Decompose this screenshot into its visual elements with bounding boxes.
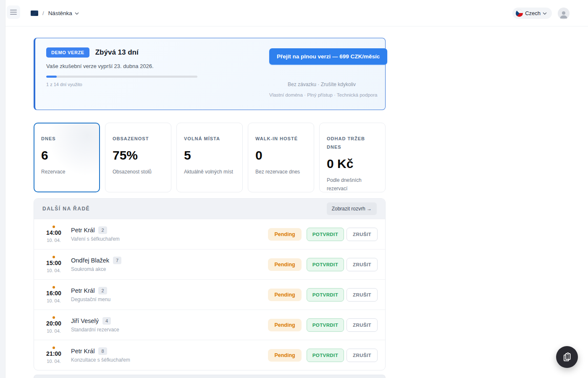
confirm-button[interactable]: POTVRDIT: [307, 258, 344, 271]
breadcrumb-separator: /: [42, 10, 44, 16]
reservation-row: 15:00 10. 04. Ondřej Blažek 7 Soukromá a…: [34, 249, 385, 279]
reservation-info: Jiří Veselý 4 Standardní rezervace: [71, 317, 268, 333]
reservation-note: Soukromá akce: [71, 266, 268, 272]
guest-count-badge: 2: [98, 226, 107, 234]
confirm-button[interactable]: POTVRDIT: [307, 318, 344, 332]
menu-toggle-button[interactable]: [7, 5, 20, 19]
reservation-actions: Pending POTVRDIT ZRUŠIT: [268, 228, 378, 241]
reservation-note: Degustační menu: [71, 297, 268, 302]
guest-name: Petr Král: [71, 287, 94, 294]
breadcrumb-dashboard-dropdown[interactable]: Nástěnka: [48, 10, 79, 16]
language-label: Czech: [525, 10, 541, 16]
status-badge: Pending: [268, 228, 301, 241]
collapsed-sidebar-rail: [0, 0, 5, 378]
cancel-button[interactable]: ZRUŠIT: [346, 288, 378, 302]
guest-name: Jiří Veselý: [71, 318, 99, 324]
reservation-time-block: 21:00 10. 04.: [44, 346, 63, 364]
reservation-info: Petr Král 8 Konzultace s šéfkuchařem: [71, 347, 268, 363]
stat-card[interactable]: WALK-IN HOSTÉ 0 Bez rezervace dnes: [248, 123, 314, 192]
reservation-note: Standardní rezervace: [71, 327, 268, 333]
stat-card[interactable]: OBSAZENOST 75% Obsazenost stolů: [105, 123, 171, 192]
trial-progress-bar: [46, 76, 197, 78]
topbar-right: Czech: [512, 0, 570, 26]
status-dot-icon: [52, 286, 55, 289]
main-content: DEMO VERZE Zbývá 13 dní Vaše zkušební ve…: [34, 26, 386, 378]
stat-subtitle: Bez rezervace dnes: [255, 168, 307, 176]
topbar: / Nástěnka Czech: [5, 0, 588, 26]
upgrade-note-primary: Bez závazku · Zrušíte kdykoliv: [269, 81, 374, 87]
reservation-info: Ondřej Blažek 7 Soukromá akce: [71, 257, 268, 272]
reservation-row: 14:00 10. 04. Petr Král 2 Vaření s šéfku…: [34, 219, 385, 249]
reservation-date: 10. 04.: [44, 328, 63, 333]
status-dot-icon: [52, 316, 55, 319]
reservation-info: Petr Král 2 Degustační menu: [71, 287, 268, 302]
guest-count-badge: 7: [113, 257, 121, 264]
reservation-date: 10. 04.: [44, 359, 63, 364]
stat-value: 75%: [113, 148, 164, 163]
trial-banner: DEMO VERZE Zbývá 13 dní Vaše zkušební ve…: [34, 38, 386, 110]
reservation-actions: Pending POTVRDIT ZRUŠIT: [268, 349, 378, 362]
reservation-time: 21:00: [44, 350, 63, 357]
status-badge: Pending: [268, 319, 301, 331]
status-dot-icon: [52, 346, 55, 349]
guest-name: Ondřej Blažek: [71, 257, 109, 264]
reservation-time: 15:00: [44, 260, 63, 266]
reservation-time: 16:00: [44, 290, 63, 297]
stat-value: 6: [41, 148, 92, 163]
queue-title: DALŠÍ NA ŘADĚ: [42, 206, 90, 212]
upgrade-button[interactable]: Přejít na plnou verzi — 699 CZK/měsíc: [269, 48, 387, 65]
reservation-time-block: 15:00 10. 04.: [44, 256, 63, 273]
reservation-time-block: 14:00 10. 04.: [44, 226, 63, 243]
chevron-down-icon: [75, 12, 79, 15]
user-avatar[interactable]: [558, 8, 570, 19]
guest-name: Petr Král: [71, 227, 94, 234]
stat-label: OBSAZENOST: [113, 135, 164, 143]
stat-value: 0 Kč: [327, 157, 378, 171]
stat-label: WALK-IN HOSTÉ: [255, 135, 307, 143]
reservation-actions: Pending POTVRDIT ZRUŠIT: [268, 288, 378, 302]
reservation-time-block: 16:00 10. 04.: [44, 286, 63, 303]
breadcrumb-current-label: Nástěnka: [48, 10, 72, 16]
reservation-row: 16:00 10. 04. Petr Král 2 Degustační men…: [34, 279, 385, 310]
stat-value: 0: [255, 148, 307, 163]
clipboard-icon: [562, 352, 572, 362]
language-selector[interactable]: Czech: [512, 8, 552, 19]
reservations-fab[interactable]: [556, 346, 578, 368]
person-icon: [559, 9, 569, 19]
cancel-button[interactable]: ZRUŠIT: [346, 318, 378, 332]
status-badge: Pending: [268, 349, 301, 362]
reservation-time: 20:00: [44, 320, 63, 327]
confirm-button[interactable]: POTVRDIT: [307, 349, 344, 362]
status-dot-icon: [52, 256, 55, 258]
guest-name: Petr Král: [71, 348, 94, 354]
confirm-button[interactable]: POTVRDIT: [307, 228, 344, 241]
cancel-button[interactable]: ZRUŠIT: [346, 349, 378, 362]
trial-days-remaining: Zbývá 13 dní: [95, 48, 139, 57]
stat-value: 5: [184, 148, 235, 163]
upgrade-note-secondary: Vlastní doména · Plný přístup · Technick…: [269, 92, 374, 97]
reservation-date: 10. 04.: [44, 298, 63, 303]
stat-card[interactable]: ODHAD TRŽEB DNES 0 Kč Podle dnešních rez…: [319, 123, 386, 192]
status-dot-icon: [52, 226, 55, 228]
chevron-down-icon: [543, 12, 547, 15]
reservation-info: Petr Král 2 Vaření s šéfkuchařem: [71, 226, 268, 242]
status-badge: Pending: [268, 258, 301, 271]
status-badge: Pending: [268, 289, 301, 301]
cancel-button[interactable]: ZRUŠIT: [346, 228, 378, 241]
stat-label: VOLNÁ MÍSTA: [184, 135, 235, 143]
stat-subtitle: Aktuálně volných míst: [184, 168, 235, 176]
reservation-date: 10. 04.: [44, 238, 63, 243]
reservation-row: 21:00 10. 04. Petr Král 8 Konzultace s š…: [34, 340, 385, 370]
stat-card[interactable]: DNES 6 Rezervace: [34, 123, 100, 192]
reservation-actions: Pending POTVRDIT ZRUŠIT: [268, 318, 378, 332]
stat-card[interactable]: VOLNÁ MÍSTA 5 Aktuálně volných míst: [176, 123, 243, 192]
cancel-button[interactable]: ZRUŠIT: [346, 258, 378, 271]
restaurant-logo: [31, 10, 38, 16]
show-schedule-button[interactable]: Zobrazit rozvrh →: [327, 202, 377, 215]
czech-flag-icon: [516, 10, 523, 17]
breadcrumb: / Nástěnka: [31, 0, 79, 26]
stat-subtitle: Rezervace: [41, 168, 92, 176]
reservation-note: Konzultace s šéfkuchařem: [71, 357, 268, 363]
confirm-button[interactable]: POTVRDIT: [307, 288, 344, 302]
reservation-time: 14:00: [44, 229, 63, 236]
